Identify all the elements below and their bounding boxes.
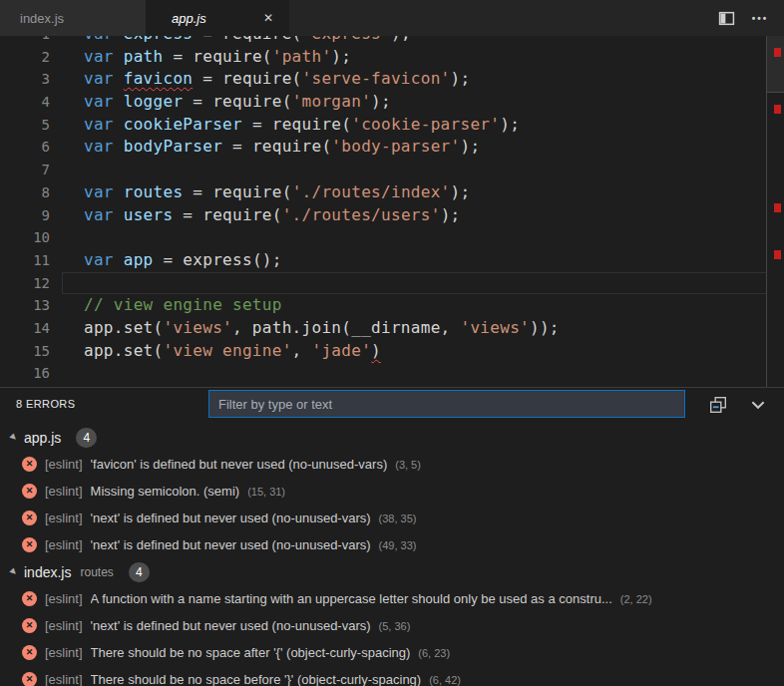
split-editor-icon[interactable] <box>716 8 736 28</box>
problem-message: A function with a name starting with an … <box>91 591 612 606</box>
code-token: // view engine setup <box>84 295 282 314</box>
code-text: var path = require('path'); <box>84 46 351 69</box>
code-line[interactable]: 2var path = require('path'); <box>0 46 767 69</box>
code-token: var <box>84 36 114 43</box>
folder-name: routes <box>80 565 113 579</box>
tab-index-js[interactable]: index.js <box>0 0 146 36</box>
code-line[interactable]: 6var bodyParser = require('body-parser')… <box>0 136 767 159</box>
line-number[interactable]: 12 <box>0 272 50 295</box>
code-line[interactable]: 5var cookieParser = require('cookie-pars… <box>0 114 767 137</box>
chevron-down-icon[interactable] <box>748 395 768 415</box>
problem-source: [eslint] <box>45 645 83 660</box>
code-token: )); <box>530 318 560 337</box>
file-name: index.js <box>24 564 71 580</box>
code-token <box>114 47 124 66</box>
code-editor[interactable]: 1var express = require('express');2var p… <box>0 36 784 387</box>
problem-source: [eslint] <box>45 484 83 499</box>
problem-message: There should be no space before '}' (obj… <box>91 672 422 686</box>
error-marker[interactable] <box>774 250 781 259</box>
line-number[interactable]: 10 <box>0 226 50 249</box>
problem-position: (38, 35) <box>379 513 417 524</box>
code-token: app <box>124 250 154 269</box>
line-number[interactable]: 5 <box>0 114 50 137</box>
code-line[interactable]: 4var logger = require('morgan'); <box>0 91 767 114</box>
code-token <box>114 182 124 201</box>
code-token: path <box>124 47 164 66</box>
editor-actions: ••• <box>716 0 784 36</box>
code-line[interactable]: 3var favicon = require('serve-favicon'); <box>0 68 767 91</box>
line-number[interactable]: 16 <box>0 362 50 385</box>
code-token: ); <box>451 182 471 201</box>
problem-row[interactable]: ✕[eslint]Missing semicolon. (semi)(15, 3… <box>0 478 784 505</box>
problem-row[interactable]: ✕[eslint]A function with a name starting… <box>0 585 784 612</box>
line-number[interactable]: 1 <box>0 36 50 46</box>
code-token: ); <box>460 137 480 156</box>
problem-row[interactable]: ✕[eslint]'next' is defined but never use… <box>0 612 784 639</box>
code-line[interactable]: 10 <box>0 226 767 249</box>
line-number[interactable]: 6 <box>0 136 50 159</box>
problem-row[interactable]: ✕[eslint]'next' is defined but never use… <box>0 505 784 531</box>
code-line[interactable]: 11var app = express(); <box>0 249 767 272</box>
code-token: var <box>84 92 114 111</box>
problem-row[interactable]: ✕[eslint]'favicon' is defined but never … <box>0 451 784 478</box>
code-token: 'path' <box>272 47 332 66</box>
code-token: routes <box>124 182 184 201</box>
tab-label: app.js <box>172 11 206 26</box>
code-line[interactable]: 16 <box>0 362 767 385</box>
code-token <box>114 137 124 156</box>
problem-source: [eslint] <box>45 591 83 606</box>
problems-header: 8 ERRORS <box>0 388 784 424</box>
code-token: = require( <box>222 137 331 156</box>
error-marker[interactable] <box>774 48 781 57</box>
problem-group-row[interactable]: ▶app.js4 <box>0 424 784 451</box>
code-line[interactable]: 8var routes = require('./routes/index'); <box>0 181 767 204</box>
problem-message: There should be no space after '{' (obje… <box>91 645 411 660</box>
line-number[interactable]: 7 <box>0 159 50 181</box>
line-number[interactable]: 9 <box>0 204 50 227</box>
problem-row[interactable]: ✕[eslint]There should be no space before… <box>0 666 784 686</box>
code-line[interactable]: 7 <box>0 159 767 181</box>
line-number[interactable]: 8 <box>0 181 50 204</box>
code-token: app.set( <box>84 318 163 337</box>
code-token <box>114 69 124 88</box>
tab-label: index.js <box>20 11 64 26</box>
code-token: 'express' <box>302 36 391 43</box>
line-number[interactable]: 14 <box>0 317 50 340</box>
code-token <box>114 205 124 224</box>
problem-group-row[interactable]: ▶index.jsroutes4 <box>0 558 784 585</box>
twistie-icon[interactable]: ▶ <box>7 564 22 579</box>
tab-app-js[interactable]: app.js ✕ <box>146 0 289 36</box>
code-line[interactable]: 1var express = require('express'); <box>0 36 767 46</box>
code-lines: 1var express = require('express');2var p… <box>0 36 767 385</box>
code-token: cookieParser <box>124 115 242 134</box>
problem-row[interactable]: ✕[eslint]'next' is defined but never use… <box>0 531 784 558</box>
filter-input[interactable] <box>208 390 685 418</box>
code-token: var <box>84 115 114 134</box>
error-marker[interactable] <box>774 203 781 212</box>
line-number[interactable]: 4 <box>0 91 50 114</box>
code-line[interactable]: 9var users = require('./routes/users'); <box>0 204 767 227</box>
more-actions-icon[interactable]: ••• <box>750 8 770 28</box>
problem-count-badge: 4 <box>76 428 97 448</box>
code-token: var <box>84 250 114 269</box>
code-token: var <box>84 69 114 88</box>
twistie-icon[interactable]: ▶ <box>7 430 22 445</box>
code-line[interactable]: 14app.set('views', path.join(__dirname, … <box>0 317 767 340</box>
code-line[interactable]: 12 <box>0 272 767 295</box>
line-number[interactable]: 15 <box>0 340 50 363</box>
code-token <box>114 36 124 43</box>
scrollbar-thumb[interactable] <box>767 36 784 93</box>
current-line-highlight <box>62 272 767 295</box>
line-number[interactable]: 3 <box>0 68 50 91</box>
error-marker[interactable] <box>774 105 781 114</box>
line-number[interactable]: 11 <box>0 249 50 272</box>
close-icon[interactable]: ✕ <box>260 10 276 26</box>
line-number[interactable]: 2 <box>0 46 50 69</box>
line-number[interactable]: 13 <box>0 294 50 317</box>
code-token: = require( <box>183 182 291 201</box>
problem-row[interactable]: ✕[eslint]There should be no space after … <box>0 639 784 666</box>
collapse-all-icon[interactable] <box>708 395 728 415</box>
code-line[interactable]: 13// view engine setup <box>0 294 767 317</box>
code-line[interactable]: 15app.set('view engine', 'jade') <box>0 340 767 363</box>
problem-position: (15, 31) <box>247 486 285 498</box>
